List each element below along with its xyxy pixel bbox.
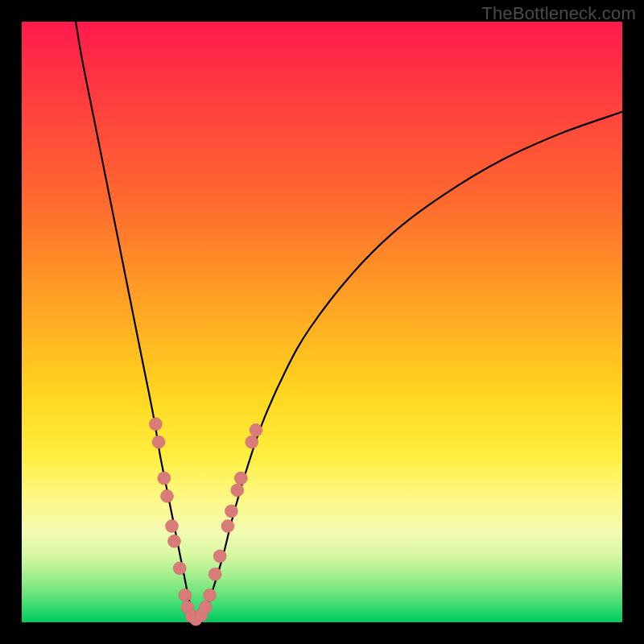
marker-dot [225, 505, 237, 518]
marker-dot [250, 423, 262, 436]
marker-dot [161, 489, 174, 502]
marker-dot [204, 588, 217, 601]
marker-dot [166, 520, 179, 533]
marker-group [149, 418, 262, 626]
marker-dot [149, 418, 162, 431]
marker-dot [246, 436, 258, 448]
marker-dot [173, 562, 186, 575]
marker-dot [179, 588, 192, 601]
bottleneck-curve [76, 22, 622, 619]
marker-dot [152, 436, 165, 448]
watermark-text: TheBottleneck.com [481, 3, 636, 24]
curve-layer [22, 22, 622, 622]
outer-frame: TheBottleneck.com [0, 0, 644, 644]
marker-dot [158, 472, 171, 485]
marker-dot [168, 535, 181, 547]
marker-dot [208, 568, 221, 580]
marker-dot [199, 601, 212, 613]
marker-dot [221, 520, 234, 533]
marker-dot [234, 472, 247, 485]
marker-dot [213, 550, 226, 563]
marker-dot [231, 484, 244, 497]
